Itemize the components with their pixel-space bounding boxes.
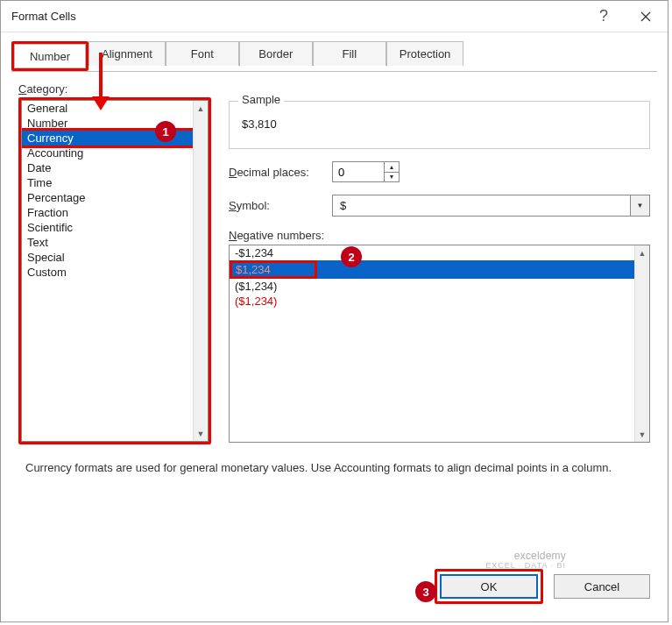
- tab-font[interactable]: Font: [166, 41, 239, 66]
- callout-badge-1: 1: [155, 121, 176, 142]
- scrollbar[interactable]: ▲ ▼: [193, 101, 208, 441]
- tab-protection[interactable]: Protection: [386, 41, 464, 66]
- symbol-combo[interactable]: $ ▼: [332, 195, 650, 217]
- format-cells-dialog: Format Cells ? Number Alignment Font Bor…: [0, 0, 668, 622]
- list-item[interactable]: ($1,234): [230, 294, 649, 309]
- tab-border[interactable]: Border: [239, 41, 313, 66]
- tab-number-highlight: Number: [11, 41, 88, 71]
- list-item[interactable]: Date: [22, 160, 208, 175]
- decimal-label: Decimal places:: [229, 166, 325, 179]
- sample-group: Sample $3,810: [229, 101, 650, 149]
- symbol-label: Symbol:: [229, 199, 325, 212]
- close-icon[interactable]: [624, 1, 668, 32]
- list-item[interactable]: Scientific: [22, 220, 208, 235]
- scroll-down-icon[interactable]: ▼: [194, 426, 208, 441]
- decimal-row: Decimal places: ▲ ▼: [229, 161, 650, 182]
- sample-legend: Sample: [238, 93, 284, 106]
- spinner-arrows[interactable]: ▲ ▼: [384, 162, 399, 181]
- scroll-up-icon[interactable]: ▲: [635, 245, 649, 260]
- callout-badge-3: 3: [415, 581, 436, 602]
- help-icon[interactable]: ?: [584, 1, 624, 32]
- decimal-spinner[interactable]: ▲ ▼: [332, 161, 400, 182]
- symbol-value: $: [333, 199, 630, 212]
- symbol-row: Symbol: $ ▼: [229, 195, 650, 217]
- sample-value: $3,810: [242, 114, 637, 131]
- dialog-title: Format Cells: [11, 10, 584, 23]
- list-item[interactable]: Fraction: [22, 205, 208, 220]
- dialog-footer: 3 OK Cancel: [1, 553, 668, 621]
- scroll-down-icon[interactable]: ▼: [635, 427, 649, 442]
- decimal-input[interactable]: [333, 162, 384, 181]
- list-item[interactable]: ($1,234): [230, 279, 649, 294]
- spinner-down-icon[interactable]: ▼: [385, 173, 399, 182]
- tab-fill[interactable]: Fill: [313, 41, 386, 66]
- chevron-down-icon[interactable]: ▼: [630, 195, 649, 216]
- category-list[interactable]: General Number Currency Accounting Date …: [21, 100, 209, 442]
- list-item[interactable]: Custom: [22, 265, 208, 280]
- list-item-selected[interactable]: $1,234: [230, 260, 649, 279]
- ok-button[interactable]: OK: [440, 574, 538, 599]
- arrow-annotation: [83, 49, 118, 114]
- tab-content: Category: General Number Currency Accoun…: [11, 71, 657, 553]
- list-item[interactable]: Special: [22, 250, 208, 265]
- tab-number[interactable]: Number: [14, 44, 86, 68]
- list-item[interactable]: -$1,234: [230, 245, 649, 260]
- settings-pane: Sample $3,810 Decimal places: ▲ ▼: [229, 97, 650, 448]
- watermark: exceldemy EXCEL · DATA · BI: [485, 550, 566, 571]
- svg-marker-3: [92, 96, 110, 110]
- scroll-up-icon[interactable]: ▲: [194, 101, 208, 116]
- list-item-selected[interactable]: Currency: [21, 128, 209, 148]
- titlebar: Format Cells ?: [1, 1, 668, 32]
- category-list-highlight: General Number Currency Accounting Date …: [18, 97, 211, 444]
- spinner-up-icon[interactable]: ▲: [385, 162, 399, 173]
- list-item[interactable]: Time: [22, 175, 208, 190]
- list-item[interactable]: Percentage: [22, 190, 208, 205]
- ok-button-highlight: OK: [435, 569, 543, 604]
- description-text: Currency formats are used for general mo…: [18, 448, 650, 476]
- negative-label: Negative numbers:: [229, 229, 650, 242]
- negative-list[interactable]: -$1,234 $1,234 ($1,234) ($1,234) ▲ ▼: [229, 245, 650, 443]
- cancel-button[interactable]: Cancel: [554, 574, 650, 599]
- callout-badge-2: 2: [341, 246, 362, 267]
- scrollbar[interactable]: ▲ ▼: [634, 245, 649, 442]
- list-item[interactable]: Text: [22, 235, 208, 250]
